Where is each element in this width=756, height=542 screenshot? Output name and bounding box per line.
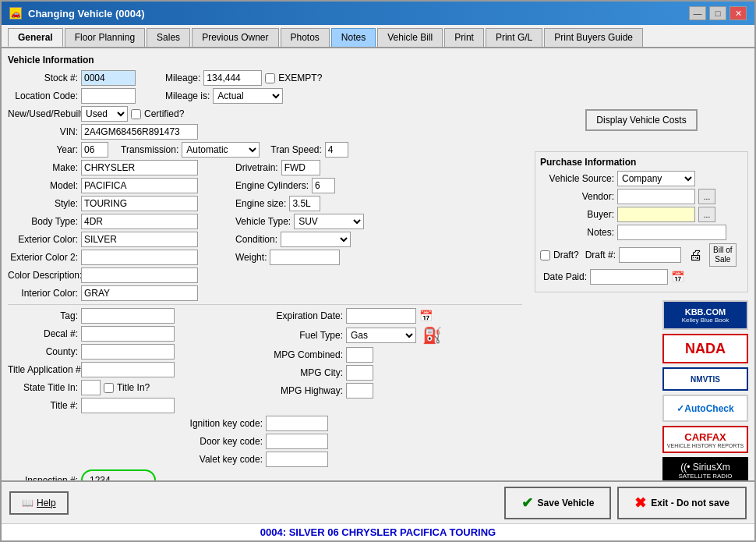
tab-vehicle-bill[interactable]: Vehicle Bill bbox=[377, 28, 443, 47]
fuel-type-select[interactable]: Gas Diesel Electric bbox=[346, 328, 416, 343]
action-buttons: ✔ Save Vehicle ✖ Exit - Do not save bbox=[504, 487, 747, 519]
title-app-row: Title Application #: bbox=[8, 362, 261, 377]
ext-color-input[interactable] bbox=[81, 232, 198, 247]
form-area: Vehicle Information Stock #: Mileage: EX… bbox=[2, 48, 528, 480]
model-input[interactable] bbox=[81, 178, 198, 193]
help-icon: 📖 bbox=[22, 498, 34, 508]
year-input[interactable] bbox=[81, 142, 108, 158]
stock-input[interactable] bbox=[81, 70, 136, 86]
mileage-is-select[interactable]: Actual Exempt bbox=[213, 88, 283, 104]
tag-input[interactable] bbox=[81, 308, 175, 324]
date-paid-calendar-icon[interactable]: 📅 bbox=[671, 271, 684, 283]
buyer-label: Buyer: bbox=[540, 209, 614, 220]
int-color-label: Interior Color: bbox=[8, 288, 78, 299]
engine-size-input[interactable] bbox=[289, 196, 320, 211]
fuel-pump-icon: ⛽ bbox=[422, 326, 442, 345]
sidebar-logos: KBB.COM Kelley Blue Book NADA NMVTIS ✓Au… bbox=[535, 300, 748, 480]
ext-color2-input[interactable] bbox=[81, 250, 198, 265]
nada-logo[interactable]: NADA bbox=[662, 334, 748, 363]
minimize-button[interactable]: — bbox=[689, 6, 706, 20]
ext-color-label: Exterior Color: bbox=[8, 234, 78, 245]
style-input[interactable] bbox=[81, 196, 198, 211]
display-costs-button[interactable]: Display Vehicle Costs bbox=[585, 109, 697, 131]
location-input[interactable] bbox=[81, 88, 136, 104]
tag-row: Tag: bbox=[8, 308, 261, 324]
buyer-input[interactable] bbox=[617, 207, 695, 222]
door-key-input[interactable] bbox=[266, 434, 328, 449]
inspection-input[interactable] bbox=[87, 473, 150, 480]
body-type-input[interactable] bbox=[81, 214, 198, 229]
vehicle-type-select[interactable]: SUV Car Truck bbox=[294, 214, 364, 229]
location-label: Location Code: bbox=[8, 90, 78, 101]
make-input[interactable] bbox=[81, 160, 198, 175]
mpg-hwy-input[interactable] bbox=[346, 383, 373, 399]
vin-input[interactable] bbox=[81, 124, 198, 140]
mpg-city-input[interactable] bbox=[346, 365, 373, 381]
condition-select[interactable] bbox=[281, 232, 351, 247]
title-in-checkbox[interactable] bbox=[104, 383, 114, 393]
tab-print[interactable]: Print bbox=[444, 28, 484, 47]
expiration-calendar-icon[interactable]: 📅 bbox=[419, 310, 433, 322]
title-label: Title #: bbox=[8, 400, 78, 411]
tab-floor-planning[interactable]: Floor Planning bbox=[65, 28, 145, 47]
bill-of-sale-button[interactable]: Bill ofSale bbox=[709, 243, 736, 267]
tab-general[interactable]: General bbox=[8, 28, 63, 47]
vin-row: VIN: bbox=[8, 124, 522, 140]
vendor-ellipsis-button[interactable]: ... bbox=[698, 189, 715, 204]
close-button[interactable]: ✕ bbox=[730, 6, 747, 20]
int-color-input[interactable] bbox=[81, 285, 198, 301]
draft-checkbox[interactable] bbox=[540, 250, 550, 260]
state-title-input[interactable] bbox=[81, 380, 101, 395]
exit-button[interactable]: ✖ Exit - Do not save bbox=[617, 487, 747, 519]
maximize-button[interactable]: □ bbox=[709, 6, 726, 20]
date-paid-input[interactable] bbox=[590, 269, 668, 285]
tab-previous-owner[interactable]: Previous Owner bbox=[192, 28, 278, 47]
expiration-input[interactable] bbox=[346, 308, 416, 324]
tab-print-gl[interactable]: Print G/L bbox=[486, 28, 542, 47]
autocheck-logo[interactable]: ✓AutoCheck bbox=[662, 395, 748, 422]
buyer-ellipsis-button[interactable]: ... bbox=[698, 207, 715, 222]
ignition-key-input[interactable] bbox=[266, 416, 328, 431]
engine-cyl-input[interactable] bbox=[312, 178, 335, 193]
kbb-logo[interactable]: KBB.COM Kelley Blue Book bbox=[662, 300, 748, 330]
purchase-notes-input[interactable] bbox=[617, 225, 726, 240]
door-key-row: Door key code: bbox=[8, 434, 522, 449]
color-desc-input[interactable] bbox=[81, 267, 198, 283]
carfax-logo[interactable]: CARFAX VEHICLE HISTORY REPORTS bbox=[662, 426, 748, 453]
mpg-comb-input[interactable] bbox=[346, 347, 373, 363]
trans-label: Transmission: bbox=[121, 144, 178, 155]
tab-photos[interactable]: Photos bbox=[281, 28, 330, 47]
drivetrain-input[interactable] bbox=[281, 160, 320, 175]
title-input[interactable] bbox=[81, 398, 175, 413]
save-check-icon: ✔ bbox=[521, 494, 533, 512]
new-used-label: New/Used/Rebuilt: bbox=[8, 108, 78, 119]
draft-num-input[interactable] bbox=[619, 247, 681, 263]
county-row: County: bbox=[8, 344, 261, 360]
weight-input[interactable] bbox=[270, 250, 340, 265]
vendor-input[interactable] bbox=[617, 189, 695, 204]
date-paid-label: Date Paid: bbox=[540, 271, 587, 282]
new-used-select[interactable]: Used New Rebuilt bbox=[81, 106, 128, 122]
mpg-comb-row: MPG Combined: bbox=[269, 347, 522, 363]
save-vehicle-button[interactable]: ✔ Save Vehicle bbox=[504, 487, 612, 519]
trans-select[interactable]: Automatic Manual bbox=[182, 142, 260, 158]
tab-print-buyers-guide[interactable]: Print Buyers Guide bbox=[544, 28, 643, 47]
title-app-input[interactable] bbox=[81, 362, 175, 377]
certified-checkbox[interactable] bbox=[131, 109, 141, 119]
mileage-input[interactable] bbox=[203, 70, 262, 86]
printer-icon[interactable]: 🖨 bbox=[689, 247, 703, 264]
valet-key-input[interactable] bbox=[266, 452, 328, 467]
exempt-checkbox[interactable] bbox=[265, 73, 275, 83]
tab-sales[interactable]: Sales bbox=[147, 28, 190, 47]
mileage-label: Mileage: bbox=[165, 73, 200, 83]
tab-notes[interactable]: Notes bbox=[331, 28, 376, 47]
tran-speed-input[interactable] bbox=[325, 142, 348, 158]
mpg-city-label: MPG City: bbox=[269, 367, 343, 378]
nmvtis-logo[interactable]: NMVTIS bbox=[662, 367, 748, 391]
siriusxm-logo[interactable]: ((• SiriusXm SATELLITE RADIO bbox=[662, 457, 748, 480]
vehicle-source-select[interactable]: Company bbox=[617, 171, 695, 186]
help-button[interactable]: 📖 Help bbox=[9, 491, 69, 515]
county-input[interactable] bbox=[81, 344, 175, 360]
county-label: County: bbox=[8, 346, 78, 357]
decal-input[interactable] bbox=[81, 326, 175, 342]
